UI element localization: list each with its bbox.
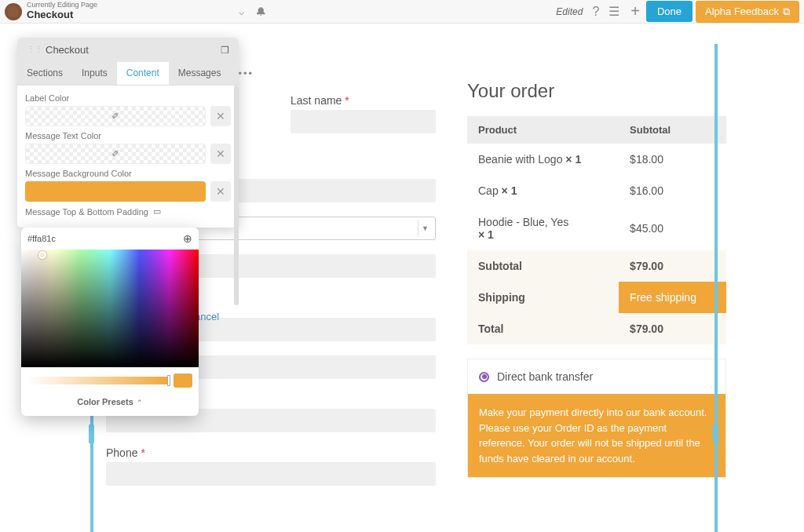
app-logo xyxy=(5,3,22,20)
lastname-input[interactable] xyxy=(291,110,436,133)
resize-handle-right[interactable] xyxy=(713,424,718,444)
color-presets-toggle[interactable]: Color Presets⌃ xyxy=(21,394,199,410)
message-padding-label: Message Top & Bottom Padding▭ xyxy=(25,206,231,217)
frame-edge-right xyxy=(714,44,718,532)
phone-input[interactable] xyxy=(106,462,436,486)
col-product: Product xyxy=(467,116,619,144)
page-title: Checkout xyxy=(27,9,97,20)
panel-title: Checkout xyxy=(46,44,221,56)
done-button[interactable]: Done xyxy=(646,1,693,22)
payment-box: Direct bank transfer Make your payment d… xyxy=(467,359,726,478)
add-preset-icon[interactable]: ⊕ xyxy=(183,232,192,245)
edited-status: Edited xyxy=(556,6,583,17)
table-cell: Hoodie - Blue, Yes × 1 xyxy=(467,206,619,250)
payment-message: Make your payment directly into our bank… xyxy=(468,394,725,477)
eyedropper-icon[interactable]: ✐ xyxy=(111,111,119,122)
message-text-color-swatch[interactable]: ✐ xyxy=(25,144,206,164)
more-icon[interactable]: ••• xyxy=(230,62,261,85)
list-icon[interactable]: ☰ xyxy=(608,4,619,19)
chevron-up-icon: ⌃ xyxy=(137,399,143,406)
chevron-down-icon[interactable]: ⌵ xyxy=(239,6,244,17)
color-picker: ⊕ Color Presets⌃ xyxy=(21,228,199,416)
order-table: ProductSubtotal Beanie with Logo × 1$18.… xyxy=(467,116,726,344)
tab-sections[interactable]: Sections xyxy=(17,62,72,85)
payment-method-label: Direct bank transfer xyxy=(497,370,593,383)
alpha-feedback-button[interactable]: Alpha Feedback⧉ xyxy=(696,1,799,23)
sv-cursor[interactable] xyxy=(38,251,46,259)
message-text-color-label: Message Text Color xyxy=(25,131,231,140)
bell-icon[interactable]: 🔔︎ xyxy=(255,5,266,18)
saturation-value-area[interactable] xyxy=(21,250,199,367)
hex-input[interactable] xyxy=(27,234,183,243)
clear-color-button[interactable]: ✕ xyxy=(210,144,231,164)
clear-color-button[interactable]: ✕ xyxy=(210,106,231,126)
current-color-swatch xyxy=(174,373,192,388)
clear-color-button[interactable]: ✕ xyxy=(210,181,231,202)
tab-messages[interactable]: Messages xyxy=(169,62,231,85)
eyedropper-icon[interactable]: ✐ xyxy=(111,148,119,159)
slider-thumb[interactable] xyxy=(167,375,170,386)
settings-panel: ⋮⋮ Checkout ❐ Sections Inputs Content Me… xyxy=(17,38,239,228)
tab-content[interactable]: Content xyxy=(117,62,169,85)
external-link-icon: ⧉ xyxy=(783,5,790,18)
table-cell: Cap × 1 xyxy=(467,175,619,206)
table-cell: Beanie with Logo × 1 xyxy=(467,144,619,175)
window-icon[interactable]: ❐ xyxy=(221,45,229,56)
field-label-phone: Phone * xyxy=(106,446,436,459)
col-subtotal: Subtotal xyxy=(619,116,726,144)
help-icon[interactable]: ? xyxy=(592,5,599,19)
tab-inputs[interactable]: Inputs xyxy=(72,62,117,85)
order-title: Your order xyxy=(467,80,726,102)
field-label-lastname: Last name * xyxy=(291,94,436,107)
add-icon[interactable]: + xyxy=(630,2,640,20)
label-color-swatch[interactable]: ✐ xyxy=(25,106,206,126)
page-meta: Currently Editing Page Checkout xyxy=(27,2,97,20)
scrollbar[interactable] xyxy=(234,86,239,305)
radio-selected[interactable] xyxy=(479,372,489,382)
chevron-down-icon: ▼ xyxy=(418,220,432,236)
drag-handle-icon[interactable]: ⋮⋮ xyxy=(27,45,42,55)
devices-icon[interactable]: ▭ xyxy=(153,206,161,217)
resize-handle-left[interactable] xyxy=(89,424,94,444)
alpha-slider[interactable] xyxy=(27,377,170,384)
label-color-label: Label Color xyxy=(25,93,231,103)
message-bg-color-label: Message Background Color xyxy=(25,169,231,178)
message-bg-color-swatch[interactable] xyxy=(25,181,206,202)
